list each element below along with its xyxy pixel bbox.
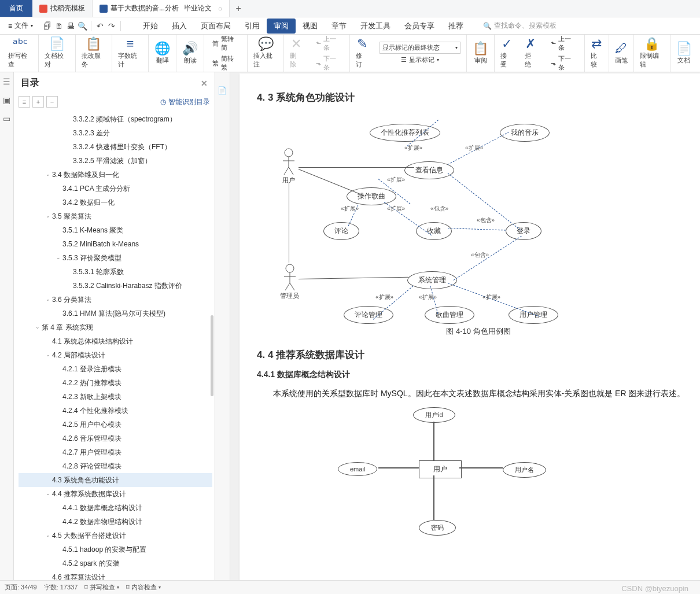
rg-spell[interactable]: ᵃᵇᶜ拼写检查 — [2, 35, 39, 72]
toc-item[interactable]: 4.3 系统角色功能设计 — [19, 473, 212, 487]
rg-translate[interactable]: 🌐翻译 — [149, 35, 176, 72]
show-mark[interactable]: ☰显示标记▾ — [399, 55, 441, 65]
toc-expand[interactable]: ≡ — [19, 96, 30, 108]
toc-item[interactable]: 3.3.2.4 快速傅里叶变换（FFT） — [19, 140, 212, 154]
print-preview-icon[interactable]: 🔍 — [77, 21, 87, 31]
toc-item[interactable]: ⌄3.6 分类算法 — [19, 293, 212, 307]
redo-icon[interactable]: ↷ — [106, 21, 117, 31]
menu-3[interactable]: 引用 — [238, 19, 267, 34]
toc-item-label: 4.2.8 评论管理模块 — [62, 461, 121, 471]
smart-toc[interactable]: ◷ 智能识别目录 — [160, 97, 210, 107]
toc-item[interactable]: ⌄4.5 大数据平台搭建设计 — [19, 529, 212, 543]
toc-item[interactable]: ⌄4.2 局部模块设计 — [19, 348, 212, 362]
toc-item[interactable]: 4.2.2 热门推荐模块 — [19, 376, 212, 390]
toc-item[interactable]: 3.5.2 MiniBatch k-Means — [19, 237, 212, 251]
save-icon[interactable]: 🗐 — [42, 21, 53, 31]
status-content[interactable]: ⌑内容检查▾ — [126, 583, 161, 592]
prev-comment[interactable]: ⬑上一条 — [314, 34, 344, 53]
file-menu[interactable]: ≡ 文件 ▾ — [5, 21, 41, 31]
toc-item[interactable]: 3.3.2.5 平滑滤波（加窗） — [19, 154, 212, 168]
scrollbar[interactable] — [211, 315, 213, 396]
chevron-down-icon: ⌄ — [44, 212, 52, 220]
menu-4[interactable]: 审阅 — [267, 19, 296, 34]
document-area[interactable]: 📄 4. 3 系统角色功能设计 用户 管理员 个性化推荐列表 我的音乐 查看信息… — [215, 72, 700, 580]
menu-2[interactable]: 页面布局 — [194, 19, 238, 34]
rg-delete[interactable]: ✕删除 — [284, 35, 308, 72]
toc-item[interactable]: 4.2.7 用户管理模块 — [19, 445, 212, 459]
status-words[interactable]: 字数: 17337 — [44, 583, 78, 592]
toc-item[interactable]: 4.6 推荐算法设计 — [19, 570, 212, 580]
rg-compare[interactable]: ⇄比较 — [585, 35, 609, 72]
rg-wordcount[interactable]: ≡字数统计 — [112, 35, 149, 72]
toc-item-label: 3.5.3.1 轮廓系数 — [73, 267, 124, 277]
tab-templates[interactable]: 找稻壳模板 — [32, 0, 93, 17]
toc-item[interactable]: 4.4.1 数据库概念结构设计 — [19, 501, 212, 515]
rg-batch[interactable]: 📋批改服务 — [76, 35, 112, 72]
next-comment[interactable]: ⬎下一条 — [314, 54, 344, 72]
tab-document[interactable]: 基于大数据的音...分析 毕业论文 ○ — [93, 0, 230, 17]
rg-accept[interactable]: ✓接受 — [495, 35, 518, 72]
toc-item[interactable]: 3.4.2 数据归一化 — [19, 195, 212, 209]
tab-add[interactable]: + — [230, 0, 247, 17]
rg-review[interactable]: 📋审阅 — [467, 35, 495, 72]
toc-item[interactable]: 4.4.2 数据库物理结构设计 — [19, 515, 212, 529]
rg-reject[interactable]: ✗拒绝 — [519, 35, 543, 72]
toc-item[interactable]: 4.2.4 个性化推荐模块 — [19, 404, 212, 418]
rg-revise[interactable]: ✎修订 — [350, 35, 374, 72]
toc-add[interactable]: + — [32, 96, 44, 108]
toc-item[interactable]: 4.2.8 评论管理模块 — [19, 459, 212, 473]
command-search[interactable]: 🔍 查找命令、搜索模板 — [483, 21, 557, 31]
actor-admin: 管理员 — [280, 263, 299, 300]
toc-item[interactable]: 3.4.1 PCA 主成分分析 — [19, 182, 212, 195]
menu-1[interactable]: 插入 — [165, 19, 194, 34]
rg-restrict[interactable]: 🔒限制编辑 — [634, 35, 670, 72]
menu-8[interactable]: 会员专享 — [397, 19, 441, 34]
toc-item[interactable]: ⌄4.4 推荐系统数据库设计 — [19, 487, 212, 501]
toc-item[interactable]: 4.5.2 spark 的安装 — [19, 556, 212, 570]
toc-item[interactable]: 3.6.1 HMM 算法(隐马尔可夫模型) — [19, 307, 212, 320]
rg-brush[interactable]: 🖊画笔 — [609, 35, 634, 72]
toc-item[interactable]: 3.5.3.2 Calinski-Harabasz 指数评价 — [19, 279, 212, 293]
outline-icon[interactable]: ☰ — [3, 77, 10, 86]
rg-trad[interactable]: 简繁转简 繁简转繁 — [204, 35, 248, 72]
menu-0[interactable]: 开始 — [136, 19, 165, 34]
toc-item[interactable]: 4.2.1 登录注册模块 — [19, 362, 212, 376]
toc-item[interactable]: 4.5.1 hadoop 的安装与配置 — [19, 543, 212, 556]
menu-9[interactable]: 推荐 — [441, 19, 470, 34]
find-icon[interactable]: ▭ — [3, 114, 10, 123]
prev-rev[interactable]: ⬑上一条 — [548, 34, 579, 53]
section-icon[interactable]: 📄 — [218, 86, 227, 95]
toc-remove[interactable]: − — [46, 96, 58, 108]
print-icon[interactable]: 🖶 — [65, 21, 76, 31]
toc-item[interactable]: ⌄3.5.3 评价聚类模型 — [19, 251, 212, 265]
toc-item[interactable]: ⌄3.4 数据降维及归一化 — [19, 168, 212, 182]
undo-icon[interactable]: ↶ — [95, 21, 105, 31]
status-spell[interactable]: ⌑拼写检查▾ — [84, 583, 119, 592]
toc-item[interactable]: 3.3.2.2 频域特征（spectrogram） — [19, 112, 212, 126]
rg-doc[interactable]: 📄文档 — [670, 35, 698, 72]
status-page[interactable]: 页面: 34/49 — [5, 583, 37, 592]
toc-item[interactable]: 4.2.6 音乐管理模块 — [19, 431, 212, 445]
menu-7[interactable]: 开发工具 — [353, 19, 397, 34]
toc-item[interactable]: ⌄第 4 章 系统实现 — [19, 320, 212, 334]
rg-read[interactable]: 🔊朗读 — [176, 35, 204, 72]
toc-item[interactable]: ⌄3.5 聚类算法 — [19, 209, 212, 223]
menu-5[interactable]: 视图 — [296, 19, 325, 34]
next-rev[interactable]: ⬎下一条 — [548, 54, 579, 72]
toc-item[interactable]: 3.5.3.1 轮廓系数 — [19, 265, 212, 279]
toc-item[interactable]: 3.5.1 K-Means 聚类 — [19, 223, 212, 237]
toc-item[interactable]: 4.2.5 用户中心模块 — [19, 418, 212, 431]
toc-item[interactable]: 4.1 系统总体模块结构设计 — [19, 334, 212, 348]
toc-item[interactable]: 4.2.3 新歌上架模块 — [19, 390, 212, 404]
rg-insertcomment[interactable]: 💬插入批注 — [248, 35, 284, 72]
close-icon[interactable]: ✕ — [201, 79, 208, 88]
saveas-icon[interactable]: 🗎 — [54, 21, 64, 31]
toc-item[interactable]: 3.3.2.3 差分 — [19, 126, 212, 140]
menu-6[interactable]: 章节 — [325, 19, 353, 34]
rg-doccheck[interactable]: 📄文档校对 — [39, 35, 75, 72]
toc-item-label: 3.5.3 评价聚类模型 — [62, 253, 121, 263]
display-select[interactable]: 显示标记的最终状态▾ — [380, 42, 460, 54]
nav-icon[interactable]: ▣ — [3, 95, 10, 105]
toc-list[interactable]: 3.3.2.2 频域特征（spectrogram）3.3.2.3 差分3.3.2… — [14, 112, 215, 580]
tab-home[interactable]: 首页 — [0, 0, 32, 17]
